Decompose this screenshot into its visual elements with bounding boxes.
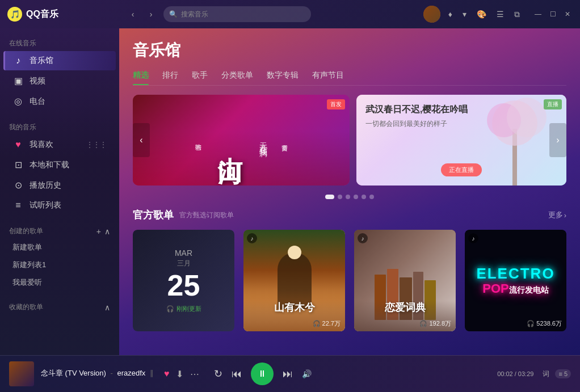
- music-badge-icon: ♪: [247, 233, 257, 243]
- banner-side-subtitle: 一切都会回到最美好的样子: [365, 119, 557, 129]
- dropdown-icon[interactable]: ▾: [460, 9, 469, 20]
- back-button[interactable]: ‹: [126, 7, 140, 21]
- tab-audio-show[interactable]: 有声节目: [312, 70, 344, 85]
- music-hall-label: 音乐馆: [30, 56, 53, 66]
- volume-button[interactable]: 🔊: [302, 369, 312, 378]
- cal-month-cn: 三月: [177, 259, 191, 268]
- tab-singer[interactable]: 歌手: [192, 70, 208, 85]
- sidebar-item-favorites[interactable]: ♥ 我喜欢 ⋮⋮⋮: [3, 135, 116, 154]
- prev-button[interactable]: ⏮: [232, 368, 242, 380]
- maximize-button[interactable]: ☐: [547, 9, 558, 20]
- player-extra: 词 ≡ 5: [543, 369, 571, 379]
- more-button[interactable]: 更多 ›: [548, 210, 566, 220]
- sidebar: 在线音乐 ♪ 音乐馆 ▣ 视频 ◎ 电台 我的音乐 ♥ 我喜欢 ⋮⋮⋮ ⊡ 本地…: [0, 28, 119, 355]
- search-bar[interactable]: 🔍: [163, 6, 311, 22]
- banner-row: ‹ 张若昀 山河 无意在我: [133, 95, 566, 186]
- player-separator: -: [110, 369, 112, 377]
- player-time: 00:02 / 03:29: [497, 370, 533, 377]
- content-inner: 音乐馆 精选 排行 歌手 分类歌单 数字专辑 有声节: [119, 28, 580, 355]
- content-area: 音乐馆 精选 排行 歌手 分类歌单 数字专辑 有声节: [119, 28, 580, 355]
- online-music-label: 在线音乐: [0, 34, 119, 50]
- avatar[interactable]: [423, 6, 440, 23]
- play-pause-button[interactable]: ⏸: [251, 363, 274, 385]
- tab-digital-album[interactable]: 数字专辑: [267, 70, 299, 85]
- add-playlist-icon[interactable]: +: [96, 227, 101, 236]
- dot-1[interactable]: [338, 195, 342, 199]
- app-title: QQ音乐: [26, 9, 58, 20]
- collapse-collected-icon[interactable]: ∧: [104, 303, 110, 312]
- card-forest-inner: ♪ 🎧 22.7万 山有木兮: [243, 230, 345, 331]
- dot-4[interactable]: [362, 195, 366, 199]
- close-button[interactable]: ✕: [562, 9, 573, 20]
- banner-side-title: 武汉春日不迟,樱花在吟唱: [365, 104, 557, 116]
- tab-rank[interactable]: 排行: [162, 70, 178, 85]
- qq-music-logo-icon: 🎵: [7, 6, 23, 22]
- created-playlists-header: 创建的歌单 + ∧: [0, 222, 119, 238]
- playlist-card-books[interactable]: ♪ 🎧 192.8万 恋爱词典: [354, 230, 456, 331]
- nav-buttons: ‹ ›: [126, 7, 158, 21]
- collapse-icon[interactable]: ∧: [104, 227, 110, 236]
- tab-category[interactable]: 分类歌单: [221, 70, 253, 85]
- sidebar-item-video[interactable]: ▣ 视频: [3, 71, 116, 91]
- next-button[interactable]: ⏭: [283, 368, 293, 380]
- electro-line2: POP流行发电站: [476, 282, 554, 296]
- collected-playlists-header: 收藏的歌单 ∧: [0, 298, 119, 314]
- forward-button[interactable]: ›: [144, 7, 158, 21]
- card-forest-thumb: ♪ 🎧 22.7万 山有木兮: [243, 230, 345, 331]
- sidebar-playlist-favorites[interactable]: 我最爱听: [3, 274, 116, 291]
- dot-3[interactable]: [354, 195, 358, 199]
- sidebar-item-trial[interactable]: ≡ 试听列表: [3, 196, 116, 215]
- player-thumb-image: [9, 361, 34, 386]
- playlist-card-electro[interactable]: ELECTRO POP流行发电站 ♪ 🎧 5238.6万: [465, 230, 566, 331]
- sidebar-item-radio[interactable]: ◎ 电台: [3, 91, 116, 111]
- card-books-thumb: ♪ 🎧 192.8万 恋爱词典: [354, 230, 456, 331]
- share-button[interactable]: ⋯: [189, 368, 200, 381]
- video-label: 视频: [30, 76, 45, 86]
- sidebar-playlist-list1[interactable]: 新建列表1: [3, 256, 116, 273]
- diamond-icon[interactable]: ♦: [446, 9, 455, 20]
- player-info: 念斗章 (TV Version) - erazedfx ∥: [41, 368, 154, 380]
- lyrics-button[interactable]: 词: [543, 369, 549, 379]
- playlist-card-daily[interactable]: MAR 三月 25 🎧 刚刚更新: [133, 230, 234, 331]
- loop-button[interactable]: ↻: [214, 368, 222, 380]
- like-button[interactable]: ♥: [163, 368, 171, 380]
- playlist-card-forest[interactable]: ♪ 🎧 22.7万 山有木兮: [243, 230, 345, 331]
- player-title: 念斗章 (TV Version) - erazedfx ∥: [41, 368, 154, 378]
- dot-2[interactable]: [346, 195, 350, 199]
- banner-main-title: 山河: [214, 137, 247, 144]
- menu-icon[interactable]: ☰: [494, 9, 506, 20]
- playlist-count-badge[interactable]: ≡ 5: [555, 369, 571, 378]
- sidebar-item-music-hall[interactable]: ♪ 音乐馆: [3, 51, 116, 70]
- sidebar-item-history[interactable]: ⊙ 播放历史: [3, 175, 116, 195]
- tab-selected[interactable]: 精选: [133, 70, 149, 85]
- minimize-button[interactable]: —: [532, 9, 544, 20]
- skin-icon[interactable]: 🎨: [474, 9, 489, 20]
- banner-main[interactable]: 张若昀 山河 无意在我胸 秦霄贤 首发: [133, 95, 350, 186]
- collected-label: 收藏的歌单: [9, 302, 43, 312]
- download-icon: ⊡: [12, 159, 24, 170]
- dot-0[interactable]: [325, 195, 334, 199]
- banner-dots: [133, 195, 566, 199]
- tabs: 精选 排行 歌手 分类歌单 数字专辑 有声节目: [133, 70, 566, 86]
- banner-side[interactable]: 直播 武汉春日不迟,樱花在吟唱 一切都会回到最美好的样子 正在直播: [356, 95, 566, 186]
- electro-line1: ELECTRO: [476, 265, 554, 282]
- download-song-button[interactable]: ⬇: [175, 368, 184, 381]
- sidebar-item-local[interactable]: ⊡ 本地和下载: [3, 155, 116, 175]
- favorites-listen-label: 我最爱听: [12, 278, 42, 286]
- live-button[interactable]: 正在直播: [441, 163, 482, 176]
- title-bar: 🎵 QQ音乐 ‹ › 🔍 ♦ ▾ 🎨 ☰ ⧉ — ☐ ✕: [0, 0, 580, 28]
- pause-icon: ⏸: [258, 369, 267, 379]
- card-books-title: 恋爱词典: [385, 301, 426, 314]
- history-icon: ⊙: [12, 180, 24, 191]
- banner-prev-button[interactable]: ‹: [133, 123, 150, 157]
- cast-icon[interactable]: ⧉: [512, 9, 522, 20]
- sidebar-playlist-new[interactable]: 新建歌单: [3, 239, 116, 256]
- card-electro-count: 🎧 5238.6万: [527, 319, 562, 328]
- dot-5[interactable]: [369, 195, 374, 199]
- titlebar-right: ♦ ▾ 🎨 ☰ ⧉ — ☐ ✕: [423, 6, 573, 23]
- svg-text:🎵: 🎵: [10, 10, 20, 19]
- search-input[interactable]: [181, 10, 305, 18]
- heart-icon: ♥: [12, 140, 24, 150]
- banner-next-button[interactable]: ›: [549, 123, 566, 157]
- headphones-books-icon: 🎧: [419, 320, 427, 327]
